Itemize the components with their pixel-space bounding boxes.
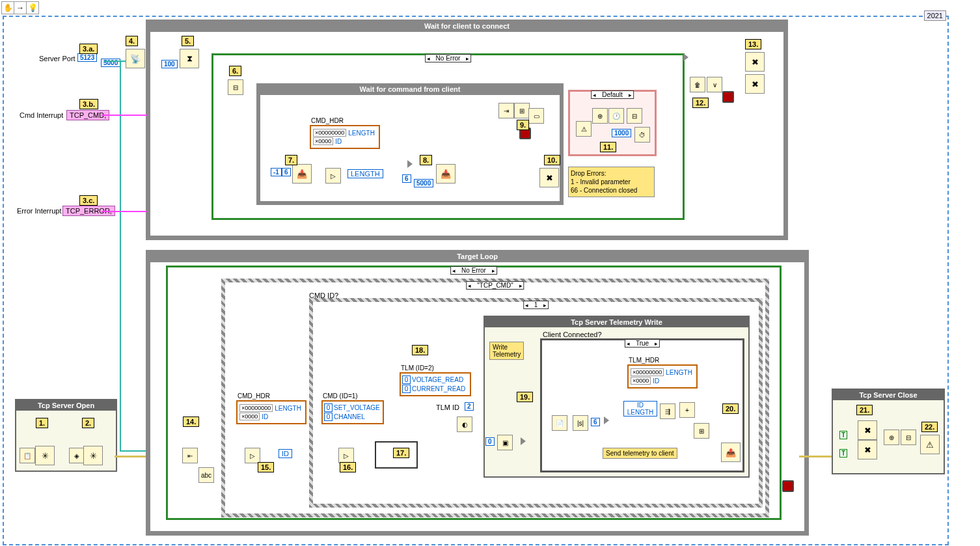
obtain-queue-icon-b[interactable]: ✳ bbox=[83, 446, 103, 465]
loop-title-wait-client: Wait for client to connect bbox=[150, 20, 783, 32]
coerce-icon[interactable]: ◐ bbox=[457, 416, 472, 432]
cluster-cmd-hdr-bottom: CMD_HDR ×00000000LENGTH ×0000ID bbox=[236, 400, 306, 424]
bundle-icon-a[interactable]: ⊞ bbox=[514, 103, 530, 118]
string-length-icon[interactable]: |s| bbox=[573, 415, 588, 431]
case-selector-true[interactable]: True bbox=[625, 339, 660, 348]
toolbar: ✋ → 💡 bbox=[1, 1, 39, 14]
not-icon[interactable] bbox=[683, 53, 688, 61]
callout-17: 17. bbox=[393, 448, 409, 458]
callout-8: 8. bbox=[420, 155, 432, 165]
wire bbox=[120, 61, 121, 451]
wire bbox=[102, 211, 147, 212]
flatten-string-icon[interactable]: 📄 bbox=[552, 415, 567, 431]
callout-13: 13. bbox=[745, 39, 761, 49]
subtract-icon[interactable] bbox=[407, 160, 413, 168]
release-queue-icon[interactable]: 🗑 bbox=[690, 77, 705, 92]
callout-12: 12. bbox=[692, 98, 709, 108]
cluster-cmd-hdr-top: CMD_HDR ×00000000LENGTH ×0000ID bbox=[310, 125, 380, 149]
queue-enqueue-icon-a[interactable]: ⇥ bbox=[498, 103, 514, 118]
cluster-cmd-hdr-title-bottom: CMD_HDR bbox=[238, 392, 270, 400]
id-field: ID bbox=[279, 449, 292, 458]
tcp-close-icon-a[interactable]: ✖ bbox=[539, 168, 559, 187]
build-array-icon[interactable]: ▭ bbox=[528, 108, 544, 124]
timeout-5000-a: 5000 bbox=[101, 59, 120, 67]
cmd-interrupt-label: Cmd Interrupt bbox=[20, 111, 63, 119]
tcp-read-hdr-icon[interactable]: 📥 bbox=[292, 164, 312, 184]
callout-4: 4. bbox=[126, 36, 138, 46]
arrow-tool-icon[interactable]: → bbox=[14, 2, 27, 14]
wire bbox=[115, 456, 146, 457]
callout-3a: 3.a. bbox=[79, 44, 98, 54]
concat-strings-icon[interactable]: + bbox=[679, 402, 695, 418]
simple-error-icon[interactable]: ⚠ bbox=[920, 435, 940, 454]
case-selector-1[interactable]: 1 bbox=[523, 301, 549, 309]
or-icon[interactable]: ∨ bbox=[707, 77, 722, 92]
case-selector-no-error-bottom[interactable]: No Error bbox=[450, 266, 497, 275]
year-tag: 2021 bbox=[924, 10, 946, 21]
drop-errors-comment: Drop Errors: 1 - Invalid parameter 66 - … bbox=[568, 167, 655, 197]
tcp-listen-icon[interactable]: 📡 bbox=[126, 49, 145, 68]
add-icon[interactable] bbox=[604, 416, 609, 424]
release-queue-icon-a[interactable]: ✖ bbox=[858, 420, 877, 440]
callout-1: 1. bbox=[36, 418, 48, 428]
callout-5: 5. bbox=[182, 36, 194, 46]
tcp-wait-icon[interactable]: ⧗ bbox=[180, 49, 199, 68]
send-telemetry-tag: Send telemetry to client bbox=[603, 448, 677, 459]
index-array-icon[interactable]: ▣ bbox=[497, 435, 513, 450]
error-interrupt-label: Error Interrupt bbox=[17, 207, 61, 215]
bundle-by-name[interactable]: ID LENGTH bbox=[623, 401, 657, 416]
callout-20: 20. bbox=[722, 403, 739, 414]
callout-11: 11. bbox=[600, 142, 616, 152]
callout-15: 15. bbox=[258, 462, 274, 472]
wire bbox=[102, 115, 147, 116]
stop-terminal-target[interactable] bbox=[782, 480, 794, 492]
clear-errors-icon-a[interactable]: ✖ bbox=[745, 74, 765, 94]
server-port-control[interactable]: 5123 bbox=[77, 53, 97, 62]
callout-7: 7. bbox=[285, 155, 297, 165]
ref-icon[interactable]: ◈ bbox=[69, 448, 85, 463]
event-selector-tcp-cmd[interactable]: "TCP_CMD" bbox=[466, 281, 524, 290]
class-constant-icon[interactable]: 📋 bbox=[20, 448, 35, 463]
tcp-close-icon-b[interactable]: ✖ bbox=[745, 52, 765, 72]
typecast-icon[interactable]: ▷ bbox=[325, 168, 341, 184]
merge-errors-icon[interactable]: ⊕ bbox=[592, 108, 608, 124]
block-diagram: ✋ → 💡 2021 3.a. Server Port 5123 5000 3.… bbox=[0, 0, 980, 546]
flatten-icon[interactable]: ⇶ bbox=[660, 403, 675, 419]
callout-16: 16. bbox=[340, 462, 356, 472]
callout-2: 2. bbox=[82, 418, 94, 428]
error-out-icon[interactable]: ⊟ bbox=[901, 430, 916, 445]
unbundle-icon-b[interactable]: ⊟ bbox=[627, 108, 642, 124]
callout-3b: 3.b. bbox=[79, 99, 98, 109]
loop-title-target: Target Loop bbox=[150, 251, 804, 262]
case-selector-no-error-top[interactable]: No Error bbox=[425, 54, 472, 62]
obtain-queue-icon-a[interactable]: ✳ bbox=[35, 446, 55, 465]
case-selector-default[interactable]: Default bbox=[591, 90, 634, 99]
unbundle-icon-a[interactable]: ⊟ bbox=[228, 79, 243, 95]
wait-ms-icon[interactable]: 🕐 bbox=[608, 108, 624, 124]
callout-18: 18. bbox=[412, 345, 428, 355]
timer-icon[interactable]: ⏱ bbox=[634, 127, 650, 143]
release-queue-icon-b[interactable]: ✖ bbox=[858, 440, 877, 459]
callout-22: 22. bbox=[921, 422, 938, 432]
const-t-a: T bbox=[839, 431, 847, 439]
string-subset-icon[interactable]: abc bbox=[198, 467, 214, 483]
const-1000: 1000 bbox=[612, 129, 631, 137]
typecast-icon-b[interactable]: ▷ bbox=[245, 448, 260, 463]
typecast-icon-c[interactable]: ▷ bbox=[338, 448, 354, 463]
enum-tlm: TLM (ID=2) 0VOLTAGE_READ 0CURRENT_READ bbox=[400, 372, 471, 396]
error-handler-icon[interactable]: ⚠ bbox=[576, 121, 592, 137]
cluster-tlm-hdr: TLM_HDR ×00000000LENGTH ×0000ID bbox=[627, 364, 698, 389]
server-port-label: Server Port bbox=[39, 55, 75, 62]
tcp-write-icon[interactable]: 📤 bbox=[721, 443, 741, 462]
stop-terminal-outer[interactable] bbox=[722, 91, 734, 103]
hand-tool-icon[interactable]: ✋ bbox=[2, 2, 14, 14]
highlight-tool-icon[interactable]: 💡 bbox=[27, 2, 38, 14]
bundle-icon-b[interactable]: ⊞ bbox=[694, 423, 709, 439]
cluster-cmd-hdr-title-top: CMD_HDR bbox=[311, 117, 344, 124]
dequeue-icon[interactable]: ⇤ bbox=[182, 448, 198, 463]
tcp-read-body-icon[interactable]: 📥 bbox=[436, 164, 456, 184]
length-field: LENGTH bbox=[347, 169, 383, 178]
merge-errors-icon-b[interactable]: ⊕ bbox=[884, 430, 899, 445]
const-0: 0 bbox=[485, 437, 495, 446]
less-than-icon[interactable] bbox=[521, 437, 526, 445]
